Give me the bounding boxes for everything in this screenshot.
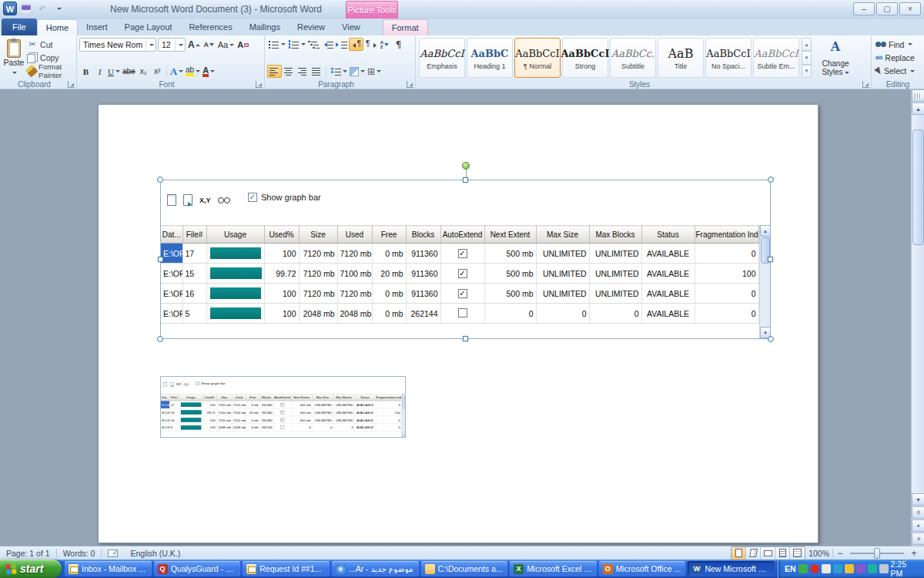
style-emphasis[interactable]: AaBbCcI Emphasis: [419, 38, 465, 78]
shrink-font-button[interactable]: A: [203, 39, 216, 52]
table-row[interactable]: E:\ORA 15 99.72 7120 mb 7100 mb 20 mb 91…: [161, 408, 401, 416]
taskbar-item-outlook-inbox[interactable]: Inbox - Mailbox ...: [65, 561, 152, 576]
paragraph-dialog-launcher[interactable]: [407, 81, 413, 88]
select-button[interactable]: Select: [874, 65, 922, 78]
file-number-cell[interactable]: 17: [169, 401, 179, 408]
draft-view-button[interactable]: [790, 547, 805, 560]
tray-sync-icon[interactable]: [856, 564, 865, 573]
table-row[interactable]: E:\ORA 17 100 7120 mb 7120 mb 0 mb 91136…: [161, 244, 758, 264]
taskbar-item-word-active[interactable]: WNew Microsoft W...: [688, 561, 775, 576]
column-header[interactable]: Max Size: [312, 394, 333, 401]
taskbar-item-request[interactable]: Request Id ##1...: [243, 561, 330, 576]
print-layout-view-button[interactable]: [732, 547, 746, 560]
column-header[interactable]: Size: [216, 394, 232, 401]
file-tab[interactable]: File: [2, 18, 37, 35]
scrollbar-thumb[interactable]: [912, 129, 924, 245]
table-row[interactable]: E:\ORA 5 100 2048 mb 2048 mb 0 mb 262144…: [161, 424, 401, 432]
column-header[interactable]: Status: [641, 226, 695, 244]
style-heading-1[interactable]: AaBbC Heading 1: [467, 38, 513, 78]
taskbar-item-explorer[interactable]: C:\Documents a...: [421, 561, 508, 576]
justify-button[interactable]: [310, 65, 323, 78]
table-scrollbar[interactable]: ▲ ▼: [759, 225, 770, 338]
column-header[interactable]: Usage: [206, 226, 264, 244]
resize-handle-top[interactable]: [463, 177, 468, 183]
scroll-up-icon[interactable]: ▲: [760, 225, 770, 237]
scrollbar-thumb[interactable]: [403, 398, 406, 408]
file-number-cell[interactable]: 15: [182, 264, 206, 284]
resize-handle-top-right[interactable]: [768, 176, 774, 183]
replace-button[interactable]: abReplace: [874, 51, 922, 64]
column-header[interactable]: Used%: [264, 226, 299, 244]
zoom-slider-thumb[interactable]: [874, 548, 880, 559]
tray-display-icon[interactable]: [868, 564, 877, 573]
minimize-button[interactable]: –: [853, 2, 875, 15]
show-graph-bar-checkbox[interactable]: ✓ Show graph bar: [196, 381, 225, 385]
datafile-cell[interactable]: E:\ORA: [161, 264, 182, 284]
paste-button[interactable]: Paste: [2, 38, 25, 78]
next-page-button[interactable]: «: [912, 533, 924, 545]
tab-format[interactable]: Format: [383, 19, 428, 35]
scroll-down-button[interactable]: ▼: [912, 493, 924, 506]
document-area[interactable]: X,Y ✓ Show graph bar: [0, 89, 924, 546]
table-row[interactable]: E:\ORA 17 100 7120 mb 7120 mb 0 mb 91136…: [161, 401, 401, 408]
column-header[interactable]: File#: [182, 226, 206, 244]
column-header[interactable]: Free: [372, 226, 406, 244]
file-number-cell[interactable]: 5: [169, 424, 179, 432]
zoom-slider[interactable]: [850, 553, 904, 554]
bullets-button[interactable]: [267, 38, 286, 51]
close-button[interactable]: ×: [899, 2, 921, 15]
right-to-left-button[interactable]: [364, 38, 377, 51]
select-browse-object-button[interactable]: ●: [912, 519, 924, 532]
save-button[interactable]: [19, 2, 33, 15]
datafile-cell[interactable]: E:\ORA: [161, 244, 182, 264]
italic-button[interactable]: I: [93, 65, 106, 78]
column-header[interactable]: Next Extent: [291, 394, 312, 401]
resize-handle-bottom[interactable]: [463, 336, 468, 341]
embedded-screenshot[interactable]: X,Y ✓ Show graph bar: [160, 180, 771, 339]
datafile-cell[interactable]: E:\ORA: [161, 416, 169, 424]
font-size-dropdown[interactable]: [175, 39, 185, 51]
web-layout-view-button[interactable]: [761, 547, 775, 560]
datafile-cell[interactable]: E:\ORA: [161, 401, 169, 408]
align-right-button[interactable]: [296, 65, 310, 78]
find-button[interactable]: Find: [874, 38, 922, 51]
gallery-scroll-down[interactable]: ▼: [802, 51, 812, 64]
scroll-up-button[interactable]: ▲: [912, 102, 924, 115]
autoextend-checkbox[interactable]: ✓: [458, 269, 467, 278]
tray-shield-icon[interactable]: [798, 564, 808, 573]
tray-messenger-icon[interactable]: [810, 564, 819, 573]
column-header[interactable]: Dat...: [161, 394, 169, 401]
datafile-cell[interactable]: E:\ORA: [161, 408, 169, 416]
tray-update-icon[interactable]: [845, 564, 854, 573]
datafile-cell[interactable]: E:\ORA: [161, 424, 169, 432]
tab-home[interactable]: Home: [37, 19, 78, 35]
subscript-button[interactable]: x₂: [137, 65, 150, 78]
autoextend-checkbox[interactable]: ✓: [458, 249, 467, 258]
zoom-out-button[interactable]: −: [836, 548, 844, 559]
style-no-spacing[interactable]: AaBbCcI No Spaci...: [705, 38, 752, 78]
resize-handle-right[interactable]: [768, 257, 773, 262]
file-number-cell[interactable]: 15: [169, 408, 179, 416]
taskbar-item-excel[interactable]: XMicrosoft Excel -...: [510, 561, 597, 576]
change-case-button[interactable]: Aa: [217, 39, 235, 52]
column-header[interactable]: Used%: [203, 394, 216, 401]
left-to-right-button[interactable]: [349, 38, 363, 51]
font-name-dropdown[interactable]: [146, 39, 156, 51]
tab-references[interactable]: References: [180, 19, 240, 35]
file-number-cell[interactable]: 5: [182, 304, 206, 324]
column-header[interactable]: Fragmentation Index: [376, 394, 401, 401]
datafile-cell[interactable]: E:\ORA: [161, 284, 182, 304]
resize-handle-top-left[interactable]: [157, 176, 163, 183]
style-title[interactable]: AaB Title: [658, 38, 704, 78]
tab-review[interactable]: Review: [289, 19, 333, 35]
column-header[interactable]: Used: [337, 226, 372, 244]
superscript-button[interactable]: x²: [151, 65, 164, 78]
table-scrollbar[interactable]: ▲ ▼: [402, 394, 406, 437]
font-size-combobox[interactable]: 12: [158, 38, 186, 52]
ruler-toggle-button[interactable]: [912, 89, 924, 102]
show-formatting-marks-button[interactable]: ¶: [392, 38, 405, 51]
table-row[interactable]: E:\ORA 16 100 7120 mb 7120 mb 0 mb 91136…: [161, 416, 401, 424]
proofing-status[interactable]: [102, 546, 124, 560]
column-header[interactable]: Max Blocks: [589, 226, 641, 244]
resize-handle-bottom-right[interactable]: [768, 336, 774, 342]
